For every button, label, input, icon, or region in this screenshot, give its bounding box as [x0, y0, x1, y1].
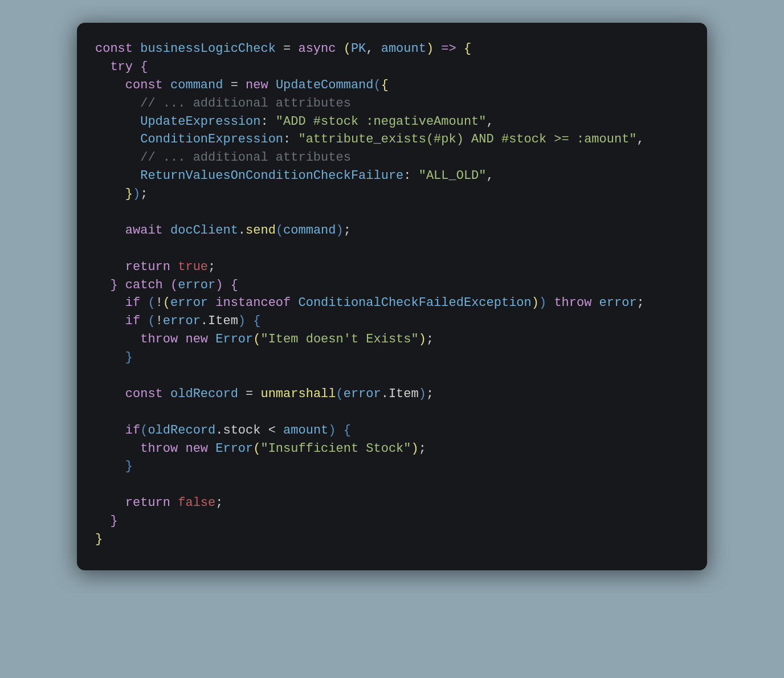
paren-open: ( — [336, 387, 344, 401]
brace-close: } — [125, 187, 133, 201]
colon: : — [283, 132, 291, 146]
dot: . — [381, 387, 389, 401]
paren-open: ( — [140, 423, 148, 438]
paren-close: ) — [215, 278, 223, 292]
semi: ; — [208, 260, 215, 274]
brace-open: { — [140, 60, 148, 74]
code-block: const businessLogicCheck = async (PK, am… — [95, 40, 689, 549]
string-literal: "Insufficient Stock" — [260, 442, 411, 456]
key-conditionexpression: ConditionExpression — [140, 132, 283, 146]
code-snippet-frame: const businessLogicCheck = async (PK, am… — [77, 23, 707, 570]
semi: ; — [426, 332, 434, 346]
id-error: error — [344, 387, 381, 401]
brace-open: { — [344, 423, 351, 438]
var-oldrecord: oldRecord — [170, 387, 238, 401]
kw-new: new — [185, 442, 208, 456]
kw-const: const — [95, 42, 133, 56]
semi: ; — [637, 296, 644, 310]
brace-open: { — [231, 278, 238, 292]
string-literal: "ADD #stock :negativeAmount" — [276, 115, 487, 129]
paren-close: ) — [426, 42, 434, 56]
dot: . — [215, 423, 223, 438]
class-error: Error — [215, 332, 253, 346]
prop-item: Item — [389, 387, 419, 401]
id-error: error — [163, 314, 201, 328]
comment: // ... additional attributes — [140, 150, 351, 165]
paren-open: ( — [253, 442, 260, 456]
semi: ; — [140, 187, 148, 201]
comma: , — [487, 115, 494, 129]
paren-close: ) — [328, 423, 336, 438]
kw-if: if — [125, 296, 140, 310]
kw-async: async — [298, 42, 336, 56]
lt: < — [268, 423, 276, 438]
kw-await: await — [125, 223, 163, 238]
class-updatecommand: UpdateCommand — [276, 78, 374, 92]
id-error: error — [178, 278, 215, 292]
param-pk: PK — [351, 42, 366, 56]
comment: // ... additional attributes — [140, 96, 351, 111]
semi: ; — [419, 442, 426, 456]
paren-open: ( — [163, 296, 170, 310]
kw-throw: throw — [554, 296, 591, 310]
fn-unmarshall: unmarshall — [260, 387, 336, 401]
prop-stock: stock — [223, 423, 260, 438]
fn-name: businessLogicCheck — [140, 42, 276, 56]
paren-open: ( — [148, 314, 155, 328]
kw-if: if — [125, 423, 140, 438]
paren-close: ) — [133, 187, 140, 201]
key-returnvalues: ReturnValuesOnConditionCheckFailure — [140, 169, 403, 183]
colon: : — [403, 169, 411, 183]
paren-open: ( — [374, 78, 381, 92]
dot: . — [201, 314, 208, 328]
id-docclient: docClient — [170, 223, 238, 238]
eq: = — [283, 42, 291, 56]
comma: , — [637, 132, 644, 146]
not: ! — [156, 296, 163, 310]
not: ! — [156, 314, 163, 328]
method-send: send — [246, 223, 276, 238]
eq: = — [231, 78, 238, 92]
brace-open: { — [253, 314, 260, 328]
dot: . — [238, 223, 246, 238]
paren-close: ) — [532, 296, 539, 310]
bool-false: false — [178, 496, 215, 510]
paren-open: ( — [253, 332, 260, 346]
var-command: command — [170, 78, 223, 92]
kw-catch: catch — [125, 278, 163, 292]
eq: = — [246, 387, 253, 401]
key-updateexpression: UpdateExpression — [140, 115, 260, 129]
paren-open: ( — [148, 296, 155, 310]
paren-open: ( — [276, 223, 283, 238]
paren-close: ) — [539, 296, 546, 310]
paren-close: ) — [238, 314, 246, 328]
semi: ; — [215, 496, 223, 510]
comma: , — [487, 169, 494, 183]
brace-close: } — [125, 459, 133, 473]
id-amount: amount — [283, 423, 328, 438]
comma: , — [366, 42, 381, 56]
paren-open: ( — [344, 42, 351, 56]
bool-true: true — [178, 260, 208, 274]
paren-close: ) — [419, 387, 426, 401]
class-error: Error — [215, 442, 253, 456]
brace-open: { — [464, 42, 471, 56]
kw-new: new — [185, 332, 208, 346]
paren-close: ) — [336, 223, 344, 238]
brace-open: { — [381, 78, 389, 92]
string-literal: "attribute_exists(#pk) AND #stock >= :am… — [298, 132, 636, 146]
id-oldrecord: oldRecord — [148, 423, 215, 438]
string-literal: "ALL_OLD" — [419, 169, 487, 183]
kw-return: return — [125, 496, 170, 510]
paren-close: ) — [411, 442, 419, 456]
brace-close: } — [110, 514, 117, 528]
arrow: => — [441, 42, 456, 56]
class-exception: ConditionalCheckFailedException — [298, 296, 531, 310]
kw-instanceof: instanceof — [215, 296, 291, 310]
kw-const: const — [125, 78, 163, 92]
brace-close: } — [110, 278, 117, 292]
semi: ; — [426, 387, 434, 401]
kw-if: if — [125, 314, 140, 328]
kw-new: new — [246, 78, 268, 92]
paren-close: ) — [419, 332, 426, 346]
